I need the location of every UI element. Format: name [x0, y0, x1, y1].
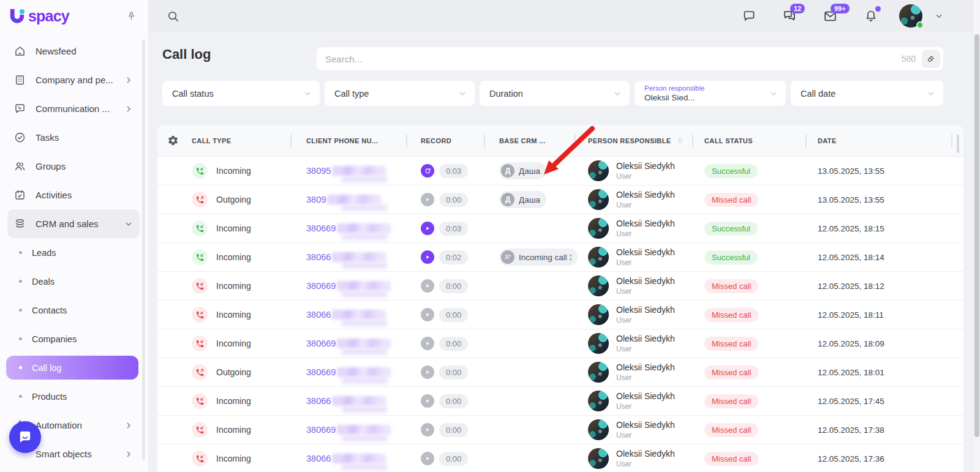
filter-label: Call date [801, 89, 835, 99]
chevron-down-icon [458, 89, 467, 99]
play-record-icon[interactable] [421, 279, 434, 293]
person-role: User [616, 345, 675, 353]
call-log-table: CALL TYPE CLIENT PHONE NU... RECORD BASE… [157, 125, 963, 472]
client-phone-link[interactable]: 38066 [306, 252, 421, 262]
sidebar-scrollbar[interactable] [142, 39, 145, 460]
table-scrollbar-thumb[interactable] [957, 135, 959, 153]
client-phone-link[interactable]: 380669 [306, 223, 421, 233]
sidebar-item-contacts[interactable]: Contacts [0, 296, 140, 324]
uspacy-logo[interactable]: spacy [7, 6, 69, 26]
column-header-client-phone-nu[interactable]: CLIENT PHONE NU... [306, 137, 421, 144]
filter-person-responsible[interactable]: Person responsible Oleksii Sied... [635, 81, 786, 106]
clear-filters-button[interactable] [922, 50, 940, 68]
column-header-date[interactable]: DATE [818, 137, 963, 144]
messenger-icon[interactable]: 12 [782, 9, 797, 23]
play-record-icon[interactable] [421, 222, 434, 235]
record-duration: 0:00 [439, 365, 468, 380]
pin-sidebar-icon[interactable] [126, 10, 137, 22]
phone-incoming-icon [192, 249, 208, 265]
phone-cell: 38066 [306, 454, 421, 463]
client-phone-link[interactable]: 38066 [306, 310, 421, 320]
sidebar-item-company-and-pe[interactable]: Company and pe... [0, 66, 140, 94]
redacted-phone-blur [337, 367, 391, 377]
sidebar-item-crm-and-sales[interactable]: CRM and sales [7, 209, 140, 238]
crm-entity-tag[interactable]: Д Даша [499, 191, 546, 208]
person-name: Oleksii Siedykh [616, 161, 675, 171]
sidebar-item-deals[interactable]: Deals [0, 267, 140, 296]
column-header-person-responsible[interactable]: PERSON RESPONSIBLE [588, 137, 704, 144]
column-header-label: BASE CRM ... [499, 137, 546, 144]
column-header-call-type[interactable]: CALL TYPE [192, 137, 306, 144]
crm-entity-label: Incoming call 38. [519, 253, 571, 262]
sidebar-item-tasks[interactable]: Tasks [0, 123, 140, 152]
client-phone-link[interactable]: 3809 [306, 195, 421, 204]
scrollbar-thumb[interactable] [974, 34, 979, 437]
sidebar-item-label: Leads [32, 248, 56, 258]
client-phone-link[interactable]: 380669 [306, 339, 421, 348]
sidebar-item-groups[interactable]: Groups [0, 152, 140, 181]
filter-call-status[interactable]: Call status [162, 81, 320, 106]
play-record-icon[interactable] [421, 452, 434, 465]
filter-label: Call status [172, 89, 214, 99]
filter-bar: Call status Call type Duration Person re… [162, 81, 943, 106]
client-phone-link[interactable]: 380669 [306, 367, 421, 377]
filter-call-type[interactable]: Call type [325, 81, 475, 106]
person-role: User [616, 402, 675, 411]
avatar [588, 247, 609, 268]
play-record-icon[interactable] [421, 250, 434, 264]
play-record-icon[interactable] [421, 308, 434, 321]
filter-call-date[interactable]: Call date [791, 81, 943, 106]
client-phone-link[interactable]: 38066 [306, 396, 421, 406]
client-phone-link[interactable]: 380669 [306, 281, 421, 291]
client-phone-link[interactable]: 38095 [306, 166, 421, 176]
record-duration: 0:03 [439, 164, 468, 178]
column-divider [692, 134, 693, 148]
sidebar-item-label: Contacts [32, 305, 67, 315]
sidebar-item-call-log[interactable]: Call log [6, 356, 138, 380]
mail-icon[interactable]: 99+ [823, 9, 838, 24]
crm-entity-tag[interactable]: Д Даша [499, 162, 546, 179]
person-name: Oleksii Siedykh [616, 305, 675, 315]
play-record-icon[interactable] [421, 337, 434, 350]
column-header-label: RECORD [421, 137, 451, 144]
person-responsible-cell: Oleksii Siedykh User [588, 275, 704, 296]
play-record-icon[interactable] [421, 365, 434, 379]
support-chat-button[interactable] [9, 421, 41, 453]
base-crm-cell: Incoming call 38. [499, 249, 588, 266]
filter-duration[interactable]: Duration [480, 81, 630, 106]
sidebar-item-communication[interactable]: Communication ... [0, 94, 140, 123]
sidebar-item-companies[interactable]: Companies [0, 324, 140, 353]
client-phone-link[interactable]: 380669 [306, 425, 421, 435]
column-header-record[interactable]: RECORD [421, 137, 499, 144]
notifications-bell-icon[interactable] [864, 9, 878, 23]
sidebar-item-products[interactable]: Products [0, 382, 140, 411]
play-record-icon[interactable] [421, 193, 434, 206]
date-cell: 12.05.2025, 18:01 [818, 368, 963, 377]
call-type-label: Incoming [216, 252, 251, 262]
client-phone-link[interactable]: 38066 [306, 454, 421, 463]
user-avatar[interactable] [899, 4, 922, 28]
comments-icon[interactable] [742, 9, 756, 23]
redacted-phone-blur [332, 166, 386, 176]
profile-chevron-down-icon[interactable] [933, 10, 944, 21]
record-duration: 0:00 [439, 308, 468, 322]
person-name: Oleksii Siedykh [616, 219, 675, 228]
table-settings-gear-icon[interactable] [167, 135, 192, 146]
person-role: User [616, 258, 675, 267]
redacted-phone-blur [337, 281, 391, 291]
play-record-icon[interactable] [421, 394, 434, 408]
search-input[interactable] [325, 54, 902, 64]
replay-record-icon[interactable] [421, 164, 434, 178]
call-type-label: Incoming [216, 454, 251, 463]
global-search-icon[interactable] [166, 9, 180, 23]
column-header-call-status[interactable]: CALL STATUS [704, 137, 818, 144]
sidebar-item-activities[interactable]: Activities [0, 181, 140, 209]
play-record-icon[interactable] [421, 423, 434, 436]
crm-entity-tag[interactable]: Incoming call 38. [499, 249, 578, 266]
record-cell: 0:00 [421, 308, 499, 322]
sidebar-item-leads[interactable]: Leads [0, 238, 140, 267]
sidebar-item-newsfeed[interactable]: Newsfeed [0, 37, 140, 66]
phone-cell: 380669 [306, 223, 421, 233]
chat-bubble-icon [17, 429, 34, 446]
drag-handle-icon[interactable] [676, 137, 684, 144]
